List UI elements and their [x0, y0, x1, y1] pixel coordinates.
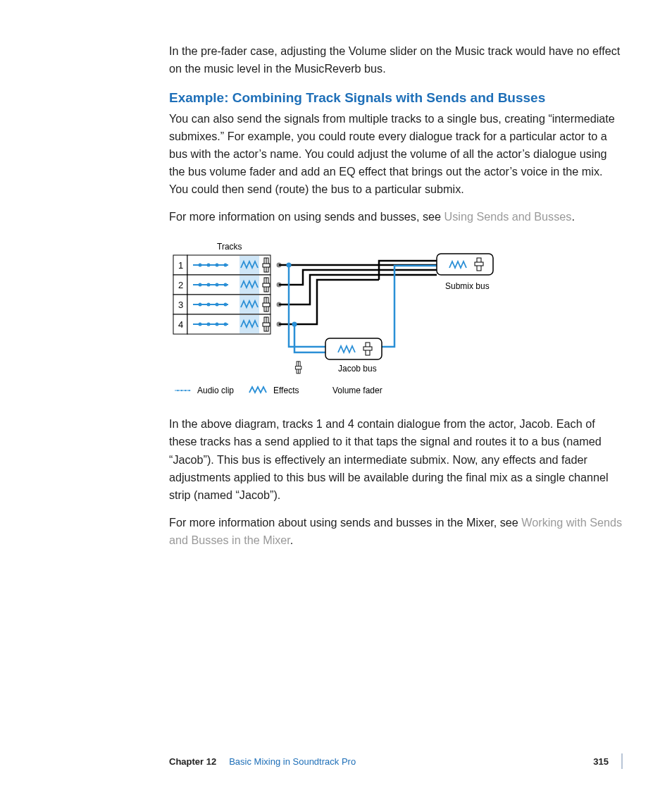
page-footer: Chapter 12 Basic Mixing in Soundtrack Pr…	[169, 753, 623, 769]
track-row: 3	[173, 295, 270, 314]
jacob-bus-label: Jacob bus	[338, 364, 377, 374]
track-row: 4	[173, 314, 270, 334]
chapter-title: Basic Mixing in Soundtrack Pro	[229, 756, 586, 767]
legend-fader: Volume fader	[332, 386, 382, 395]
track-number: 4	[178, 319, 183, 330]
main-signal-lines	[277, 261, 437, 327]
submix-bus-label: Submix bus	[445, 281, 490, 291]
text: .	[571, 210, 575, 223]
track-row: 2	[173, 275, 270, 295]
body-paragraph: You can also send the signals from multi…	[169, 110, 623, 199]
body-paragraph: For more information on using sends and …	[169, 208, 623, 226]
legend-effects: Effects	[273, 386, 299, 395]
text: For more information about using sends a…	[169, 516, 521, 529]
legend-audio: Audio clip	[197, 386, 234, 395]
tracks-label: Tracks	[217, 242, 242, 252]
track-number: 1	[178, 260, 183, 271]
submix-bus-icon	[437, 254, 493, 275]
link-using-sends[interactable]: Using Sends and Busses	[444, 210, 572, 223]
chapter-label: Chapter 12	[169, 756, 216, 767]
jacob-bus-icon	[325, 338, 382, 359]
track-row: 1	[173, 255, 270, 275]
text: For more information on using sends and …	[169, 210, 444, 223]
body-paragraph: For more information about using sends a…	[169, 514, 623, 549]
track-number: 2	[178, 280, 183, 290]
routing-diagram: Tracks	[169, 241, 623, 400]
page-number: 315	[593, 756, 609, 767]
intro-paragraph: In the pre-fader case, adjusting the Vol…	[169, 42, 623, 78]
track-number: 3	[178, 300, 183, 310]
body-paragraph: In the above diagram, tracks 1 and 4 con…	[169, 415, 623, 504]
text: .	[290, 534, 294, 546]
section-heading: Example: Combining Track Signals with Se…	[169, 87, 623, 108]
